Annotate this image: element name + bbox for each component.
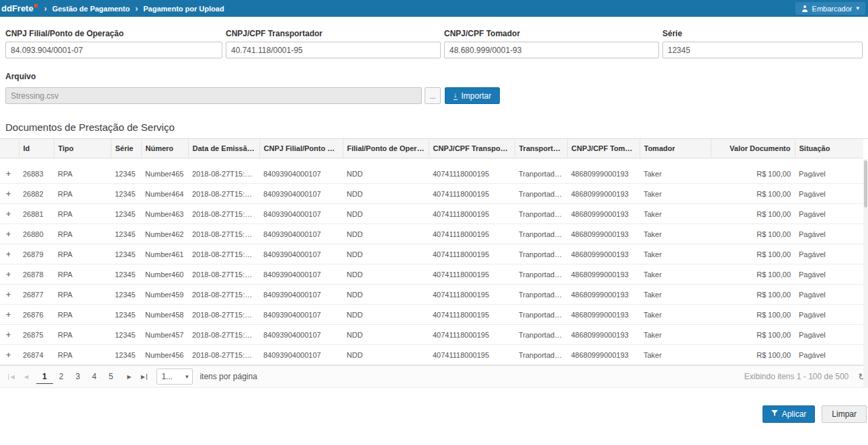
pager-pages: 12345: [36, 369, 119, 384]
pager-page-3[interactable]: 3: [69, 369, 86, 384]
chevron-down-icon: ▾: [185, 374, 189, 380]
cell-tipo: RPA: [54, 325, 111, 345]
cell-valor: R$ 100,00: [711, 325, 795, 345]
cell-valor: R$ 100,00: [711, 285, 795, 305]
cell-cnpj-tomador: 48680999000193: [567, 184, 640, 204]
cell-numero: Number465: [141, 158, 188, 184]
scrollbar-thumb[interactable]: [864, 160, 867, 207]
top-bar: ddFrete › Gestão de Pagamento › Pagament…: [0, 0, 868, 17]
column-tipo[interactable]: Tipo: [54, 139, 111, 158]
cell-numero: Number456: [141, 345, 188, 365]
column-numero[interactable]: Número: [141, 139, 188, 158]
column-data-emissao[interactable]: Data de Emissão↓: [188, 139, 259, 158]
cnpj-transportador-input[interactable]: [226, 42, 441, 58]
cell-filial: NDD: [343, 305, 429, 325]
table-row: + 26883 RPA 12345 Number465 2018-08-27T1…: [0, 158, 863, 184]
cell-tomador: Taker: [640, 325, 711, 345]
column-cnpj-filial[interactable]: CNPJ Filial/Ponto de Operaç...: [259, 139, 343, 158]
next-page-icon[interactable]: ▶: [122, 374, 136, 380]
expand-row-icon[interactable]: +: [4, 209, 13, 219]
field-cnpj-tomador: CNPJ/CPF Tomador: [444, 29, 659, 58]
app-logo: ddFrete: [1, 3, 38, 13]
last-page-icon[interactable]: ▶: [136, 374, 151, 380]
cell-cnpj-filial: 84093904000107: [259, 305, 343, 325]
cell-cnpj-filial: 84093904000107: [259, 325, 343, 345]
cell-cnpj-filial: 84093904000107: [259, 158, 343, 184]
user-menu-button[interactable]: Embarcador ▾: [795, 2, 865, 15]
cell-filial: NDD: [343, 158, 429, 184]
table-row: + 26874 RPA 12345 Number456 2018-08-27T1…: [0, 345, 863, 365]
cell-cnpj-transportador: 40741118000195: [429, 285, 515, 305]
column-transportador[interactable]: Transportador: [515, 139, 567, 158]
previous-page-icon[interactable]: ◀: [19, 374, 34, 380]
expand-row-icon[interactable]: +: [4, 250, 13, 259]
cell-tipo: RPA: [54, 285, 111, 305]
table-row: + 26877 RPA 12345 Number459 2018-08-27T1…: [0, 285, 863, 305]
pager-page-5[interactable]: 5: [103, 369, 120, 384]
cell-numero: Number462: [141, 224, 188, 244]
breadcrumb-gestao-pagamento[interactable]: Gestão de Pagamento: [52, 5, 130, 13]
column-cnpj-transportador[interactable]: CNPJ/CPF Transportador: [429, 139, 515, 158]
column-situacao[interactable]: Situação: [795, 139, 863, 158]
cell-transportador: Tranportador 1: [515, 244, 567, 264]
cell-cnpj-tomador: 48680999000193: [567, 325, 640, 345]
cell-numero: Number458: [141, 305, 188, 325]
cell-emissao: 2018-08-27T15:27:51.517: [188, 158, 259, 184]
pager-page-4[interactable]: 4: [86, 369, 103, 384]
cell-cnpj-filial: 84093904000107: [259, 264, 343, 285]
cell-valor: R$ 100,00: [711, 305, 795, 325]
cell-cnpj-tomador: 48680999000193: [567, 244, 640, 264]
cell-tipo: RPA: [54, 158, 111, 184]
cell-numero: Number461: [141, 244, 188, 264]
cnpj-filial-label: CNPJ Filial/Ponto de Operação: [5, 29, 222, 38]
expand-row-icon[interactable]: +: [4, 230, 13, 239]
cell-tomador: Taker: [640, 285, 711, 305]
cell-cnpj-tomador: 48680999000193: [567, 345, 640, 365]
cell-filial: NDD: [343, 184, 429, 204]
cell-cnpj-transportador: 40741118000195: [429, 158, 515, 184]
arquivo-file-input[interactable]: [5, 87, 422, 104]
cnpj-tomador-input[interactable]: [444, 42, 659, 58]
expand-row-icon[interactable]: +: [4, 290, 13, 299]
cell-emissao: 2018-08-27T15:27:50.727: [188, 224, 259, 244]
filter-form: CNPJ Filial/Ponto de Operação CNPJ/CPF T…: [0, 17, 868, 104]
clear-button[interactable]: Limpar: [822, 405, 867, 423]
cell-tomador: Taker: [640, 224, 711, 244]
cnpj-filial-input[interactable]: [5, 42, 222, 58]
first-page-icon[interactable]: ◀: [4, 374, 19, 380]
expand-row-icon[interactable]: +: [4, 330, 13, 340]
expand-row-icon[interactable]: +: [4, 270, 13, 279]
cell-id: 26878: [19, 264, 54, 285]
serie-input[interactable]: [662, 42, 863, 58]
expand-row-icon[interactable]: +: [4, 169, 13, 179]
expand-row-icon[interactable]: +: [4, 310, 13, 319]
column-serie[interactable]: Série: [111, 139, 141, 158]
column-cnpj-tomador[interactable]: CNPJ/CPF Tomador: [567, 139, 640, 158]
page-size-dropdown[interactable]: 1... ▾: [157, 368, 193, 385]
pager-page-2[interactable]: 2: [53, 369, 70, 384]
browse-file-button[interactable]: ...: [425, 87, 441, 104]
filter-icon: [771, 409, 778, 419]
breadcrumb-pagamento-upload[interactable]: Pagamento por Upload: [143, 5, 224, 13]
chevron-right-icon: ›: [135, 4, 138, 13]
cell-tomador: Taker: [640, 345, 711, 365]
column-expand: [0, 139, 19, 158]
cell-situacao: Pagável: [795, 244, 863, 264]
user-icon: [801, 5, 808, 12]
import-button[interactable]: ↓ Importar: [445, 87, 500, 104]
cell-tomador: Taker: [640, 305, 711, 325]
cell-id: 26879: [19, 244, 54, 264]
column-id[interactable]: Id: [19, 139, 54, 158]
column-valor[interactable]: Valor Documento: [711, 139, 795, 158]
cell-emissao: 2018-08-27T15:27:49.9: [188, 285, 259, 305]
expand-row-icon[interactable]: +: [4, 350, 13, 360]
column-filial[interactable]: Filial/Ponto de Operação: [343, 139, 429, 158]
cell-cnpj-tomador: 48680999000193: [567, 305, 640, 325]
column-tomador[interactable]: Tomador: [640, 139, 711, 158]
logo-flag-icon: [34, 4, 38, 7]
apply-button[interactable]: Aplicar: [763, 405, 816, 423]
cell-serie: 12345: [111, 158, 141, 184]
expand-row-icon[interactable]: +: [4, 189, 13, 199]
pager-page-1[interactable]: 1: [36, 369, 53, 384]
cell-valor: R$ 100,00: [711, 345, 795, 365]
